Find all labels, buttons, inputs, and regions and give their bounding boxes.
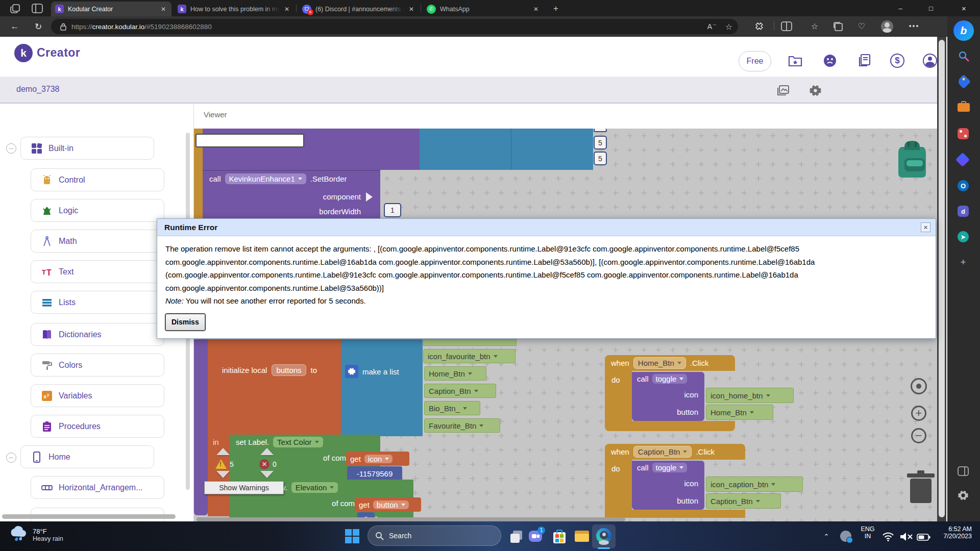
chat-icon[interactable]: 1 [529,530,543,544]
page-scrollbar-thumb[interactable] [939,40,945,517]
when-home-click-block[interactable]: when Home_Btn .Click [605,355,735,371]
get-var-pill[interactable]: button [373,500,409,509]
mutator-gear-icon[interactable] [345,365,358,378]
number-block-5a[interactable]: 5 [594,136,607,149]
docs-icon[interactable] [857,54,871,68]
number-block-partial[interactable] [594,129,607,132]
free-plan-badge[interactable]: Free [739,51,771,71]
zoom-in-icon[interactable]: + [911,406,926,421]
property-dropdown[interactable]: Text Color [273,437,323,447]
hidden-block-sliver[interactable] [423,339,517,346]
sidebar-item-control[interactable]: Control [31,168,164,191]
edge-taskbar-icon[interactable] [592,524,616,548]
backpack-icon[interactable] [894,137,930,180]
sidebar-item-colors[interactable]: Colors [31,354,164,377]
tray-chevron-icon[interactable]: ⌃ [821,531,832,542]
list-item-bio-btn[interactable]: Bio_Btn_ [424,401,480,415]
sidebar-panel-icon[interactable] [958,466,969,476]
initialize-local-block[interactable] [208,339,341,435]
list-item-home-btn[interactable]: Home_Btn [424,366,486,381]
window-maximize-button[interactable]: □ [916,0,946,16]
collapse-up-icon[interactable] [216,448,230,455]
recenter-blocks-icon[interactable] [911,378,927,394]
assets-icon[interactable] [776,85,790,97]
refresh-icon[interactable]: ↻ [32,20,45,33]
start-button[interactable] [345,529,359,543]
blue-block-a[interactable] [420,129,511,170]
sidebar-item-logic[interactable]: Logic [31,199,164,222]
when-caption-click-block[interactable]: when Caption_Btn .Click [605,444,745,460]
color-value-block[interactable]: -11579569 [347,466,402,481]
trash-icon[interactable] [905,469,937,505]
task-view-icon[interactable] [510,531,523,543]
get-var-pill[interactable]: icon [364,455,393,463]
procedure-dropdown[interactable]: toggle [652,463,688,472]
back-icon[interactable]: ← [8,20,21,33]
sidebar-item-home-screen[interactable]: Home [20,445,154,468]
icon-home-btn-block[interactable]: icon_home_btn [706,388,794,403]
when-caption-bottom[interactable] [605,510,745,518]
make-a-list-block[interactable]: make a list [341,339,423,436]
warning-icon[interactable] [215,459,227,469]
number-block-5b[interactable]: 5 [594,152,607,165]
address-bar[interactable]: https://creator.kodular.io/#519023886860… [51,19,738,34]
call-toggle-block[interactable]: call toggle icon button [632,372,704,421]
when-home-bottom[interactable] [605,421,735,431]
language-indicator[interactable]: ENG IN [859,525,877,540]
caption-btn-value-block[interactable]: Caption_Btn [706,493,781,509]
error-icon[interactable]: ✕ [259,459,270,469]
sidebar-item-variables[interactable]: xy Variables [31,384,164,407]
text-input-field[interactable] [195,134,304,147]
tab-close-icon[interactable]: ✕ [407,5,415,13]
settings-more-icon[interactable]: ••• [908,20,921,32]
settings-gear-icon[interactable] [809,84,822,97]
sidebar-outlook-icon[interactable]: O [958,180,969,191]
get-icon-block[interactable]: get icon [346,452,409,466]
property-dropdown[interactable]: Elevation [291,482,338,493]
tab-actions-icon[interactable] [10,4,20,13]
list-item-icon-favourite[interactable]: icon_favourite_btn [423,349,516,363]
zoom-out-icon[interactable]: − [911,428,926,443]
store-icon[interactable] [552,530,567,544]
blue-block-b[interactable] [511,129,593,170]
collections-icon[interactable] [833,21,843,31]
sidebar-add-icon[interactable]: + [958,257,969,268]
page-scrollbar[interactable] [937,37,946,521]
split-screen-icon[interactable] [781,21,792,31]
my-projects-icon[interactable] [788,55,802,67]
sidebar-item-dictionaries[interactable]: Dictionaries [31,323,164,346]
copilot-icon[interactable]: b [953,20,974,41]
clock-widget[interactable]: 6:52 AM 7/20/2023 [929,525,972,540]
icon-caption-btn-block[interactable]: icon_caption_btn [706,477,803,492]
list-item-favourite-btn[interactable]: Favourite_Btn [424,418,500,433]
sidebar-item-procedures[interactable]: Procedures [31,415,164,438]
sidebar-search-icon[interactable] [958,50,970,62]
sidebar-item-math[interactable]: Math [31,230,164,253]
sidebar-item-horizontal-arrangement[interactable]: Horizontal_Arrangem... [31,476,164,499]
file-explorer-icon[interactable] [575,530,590,544]
event-component-dropdown[interactable]: Home_Btn [633,357,686,369]
browser-essentials-icon[interactable]: ♡ [855,20,868,32]
window-close-button[interactable]: × [948,0,980,16]
account-icon[interactable] [923,54,937,68]
wifi-icon[interactable] [882,532,894,541]
extensions-icon[interactable] [753,21,764,32]
procedure-dropdown[interactable]: toggle [652,374,688,384]
collapse-up-icon[interactable] [260,448,274,455]
list-item-caption-btn[interactable]: Caption_Btn [424,384,496,398]
sidebar-designer-icon[interactable]: d [958,206,969,217]
sidebar-settings-gear-icon[interactable] [958,490,969,501]
sidebar-games-icon[interactable] [958,128,969,139]
tab-kodular-creator[interactable]: k Kodular Creator ✕ [51,2,172,16]
dialog-title-bar[interactable]: Runtime Error × [157,219,936,236]
collapse-down-icon[interactable] [216,471,230,478]
favorite-star-icon[interactable]: ☆ [720,22,738,32]
tab-discord[interactable]: ᗜ6 (6) Discord | #announcements | K ✕ [298,2,420,16]
canvas-hscroll-thumb[interactable] [197,517,625,521]
battery-icon[interactable] [917,534,930,541]
tab-close-icon[interactable]: ✕ [532,5,540,13]
taskbar-search[interactable]: Search [368,525,501,546]
tab-close-icon[interactable]: ✕ [159,5,167,13]
collapse-home-icon[interactable]: – [6,453,16,463]
tab-whatsapp[interactable]: ✆ WhatsApp ✕ [423,2,544,16]
